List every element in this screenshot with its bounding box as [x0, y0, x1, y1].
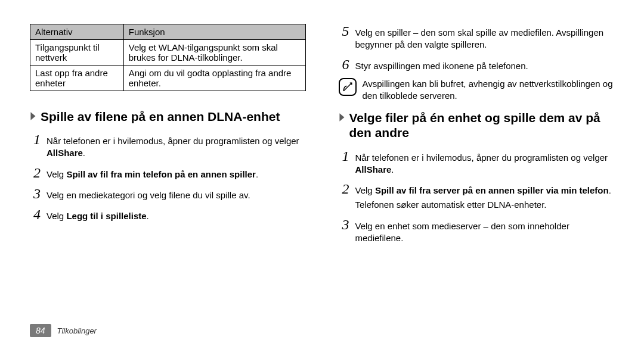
step-number: 5 — [339, 24, 349, 38]
step-text: Velg en enhet som medieserver – den som … — [355, 220, 615, 245]
step-number: 1 — [339, 149, 349, 163]
text-part: Velg — [47, 169, 66, 179]
steps-list-2b: 3 Velg en enhet som medieserver – den so… — [339, 217, 615, 245]
text-part: . — [147, 211, 149, 221]
step-number: 3 — [30, 186, 41, 201]
step-number: 2 — [339, 182, 349, 196]
heading-text: Spille av filene på en annen DLNA-enhet — [41, 109, 280, 124]
section-heading-1: Spille av filene på en annen DLNA-enhet — [30, 109, 306, 124]
step-number: 4 — [30, 207, 41, 222]
step-number: 1 — [30, 132, 41, 147]
th-function: Funksjon — [123, 24, 305, 40]
text-bold: Spill av fil fra server på en annen spil… — [375, 185, 609, 195]
text-part: Velg — [355, 185, 375, 195]
options-table: Alternativ Funksjon Tilgangspunkt til ne… — [30, 24, 306, 91]
text-part: Når telefonen er i hvilemodus, åpner du … — [47, 136, 299, 146]
steps-list-1: 1 Når telefonen er i hvilemodus, åpner d… — [30, 132, 306, 222]
cell-option: Last opp fra andre enheter — [30, 66, 124, 91]
section-heading-2: Velge filer på én enhet og spille dem av… — [339, 110, 615, 140]
step-text: Når telefonen er i hvilemodus, åpner du … — [47, 135, 306, 160]
text-part: . — [609, 185, 611, 195]
step-number: 2 — [30, 166, 41, 180]
cell-function: Velg et WLAN-tilgangspunkt som skal bruk… — [123, 40, 305, 66]
step-3: 3 Velg en enhet som medieserver – den so… — [339, 217, 615, 245]
cell-option: Tilgangspunkt til nettverk — [30, 40, 124, 66]
text-part: . — [83, 148, 85, 158]
step-text: Velg en spiller – den som skal spille av… — [355, 27, 615, 51]
note-box: Avspillingen kan bli bufret, avhengig av… — [339, 78, 615, 102]
step-number: 6 — [339, 57, 349, 71]
step-6: 6 Styr avspillingen med ikonene på telef… — [339, 57, 615, 72]
cell-function: Angi om du vil godta opplasting fra andr… — [123, 66, 305, 91]
step-1: 1 Når telefonen er i hvilemodus, åpner d… — [30, 132, 306, 160]
table-row: Last opp fra andre enheter Angi om du vi… — [30, 66, 306, 91]
text-part: Når telefonen er i hvilemodus, åpner du … — [355, 152, 608, 163]
note-text: Avspillingen kan bli bufret, avhengig av… — [363, 78, 615, 102]
table-header-row: Alternativ Funksjon — [30, 24, 306, 40]
note-icon — [339, 78, 357, 96]
step-4: 4 Velg Legg til i spilleliste. — [30, 207, 306, 222]
step-text: Velg Legg til i spilleliste. — [47, 210, 306, 222]
chevron-right-icon — [30, 109, 37, 124]
section-name: Tilkoblinger — [57, 326, 97, 335]
step-2: 2 Velg Spill av fil fra server på en ann… — [339, 182, 615, 197]
step-1: 1 Når telefonen er i hvilemodus, åpner d… — [339, 149, 615, 176]
left-column: Alternativ Funksjon Tilgangspunkt til ne… — [30, 24, 306, 337]
step-text: Velg en mediekategori og velg filene du … — [47, 189, 306, 201]
step-5: 5 Velg en spiller – den som skal spille … — [339, 24, 615, 51]
heading-text: Velge filer på én enhet og spille dem av… — [349, 110, 615, 140]
right-column: 5 Velg en spiller – den som skal spille … — [339, 24, 615, 337]
step-text: Velg Spill av fil fra min telefon på en … — [47, 169, 306, 180]
th-option: Alternativ — [30, 24, 124, 40]
table-row: Tilgangspunkt til nettverk Velg et WLAN-… — [30, 40, 306, 66]
text-bold: AllShare — [355, 164, 392, 174]
step-2: 2 Velg Spill av fil fra min telefon på e… — [30, 166, 306, 180]
text-bold: Spill av fil fra min telefon på en annen… — [66, 169, 256, 179]
text-part: . — [256, 169, 258, 179]
text-part: Velg — [47, 211, 66, 221]
page-number: 84 — [30, 324, 51, 337]
page-footer: 84 Tilkoblinger — [30, 324, 97, 337]
text-bold: Legg til i spilleliste — [66, 211, 146, 221]
step-text: Styr avspillingen med ikonene på telefon… — [355, 60, 615, 72]
step-3: 3 Velg en mediekategori og velg filene d… — [30, 186, 306, 201]
manual-page: Alternativ Funksjon Tilgangspunkt til ne… — [0, 0, 644, 349]
step-text: Velg Spill av fil fra server på en annen… — [355, 185, 615, 197]
text-bold: AllShare — [47, 148, 83, 158]
step-number: 3 — [339, 217, 349, 232]
chevron-right-icon — [339, 110, 346, 125]
step-text: Når telefonen er i hvilemodus, åpner du … — [355, 152, 615, 176]
steps-list-2: 1 Når telefonen er i hvilemodus, åpner d… — [339, 149, 615, 197]
steps-list-cont: 5 Velg en spiller – den som skal spille … — [339, 24, 615, 72]
text-part: . — [391, 164, 394, 174]
sub-text: Telefonen søker automatisk etter DLNA-en… — [355, 199, 615, 211]
